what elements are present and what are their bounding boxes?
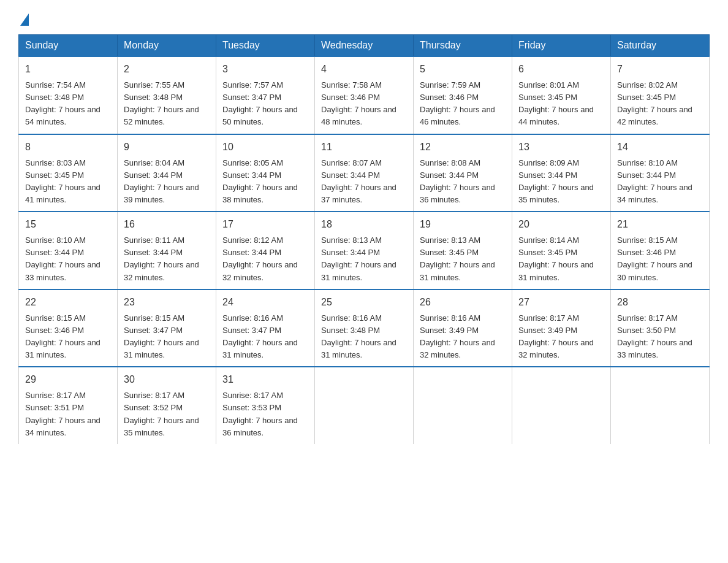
day-number: 13 <box>518 140 604 155</box>
day-info: Sunrise: 8:15 AMSunset: 3:46 PMDaylight:… <box>617 236 692 282</box>
calendar-cell <box>315 367 414 444</box>
calendar-cell: 22 Sunrise: 8:15 AMSunset: 3:46 PMDaylig… <box>19 289 118 367</box>
calendar-cell: 19 Sunrise: 8:13 AMSunset: 3:45 PMDaylig… <box>414 212 512 289</box>
day-info: Sunrise: 8:12 AMSunset: 3:44 PMDaylight:… <box>222 236 298 282</box>
day-number: 7 <box>617 62 703 77</box>
day-info: Sunrise: 8:14 AMSunset: 3:45 PMDaylight:… <box>518 236 594 282</box>
day-number: 20 <box>518 217 604 232</box>
calendar-cell: 6 Sunrise: 8:01 AMSunset: 3:45 PMDayligh… <box>512 56 611 134</box>
day-info: Sunrise: 8:08 AMSunset: 3:44 PMDaylight:… <box>420 158 495 204</box>
calendar-table: SundayMondayTuesdayWednesdayThursdayFrid… <box>18 34 710 444</box>
week-row-5: 29 Sunrise: 8:17 AMSunset: 3:51 PMDaylig… <box>19 367 710 444</box>
day-number: 3 <box>222 62 308 77</box>
day-number: 4 <box>321 62 407 77</box>
day-number: 25 <box>321 295 407 310</box>
day-info: Sunrise: 8:05 AMSunset: 3:44 PMDaylight:… <box>222 158 298 204</box>
calendar-cell: 1 Sunrise: 7:54 AMSunset: 3:48 PMDayligh… <box>19 56 118 134</box>
calendar-cell: 28 Sunrise: 8:17 AMSunset: 3:50 PMDaylig… <box>611 289 710 367</box>
header-saturday: Saturday <box>611 35 710 57</box>
calendar-cell: 2 Sunrise: 7:55 AMSunset: 3:48 PMDayligh… <box>118 56 216 134</box>
day-number: 15 <box>25 217 111 232</box>
calendar-cell: 7 Sunrise: 8:02 AMSunset: 3:45 PMDayligh… <box>611 56 710 134</box>
day-info: Sunrise: 8:10 AMSunset: 3:44 PMDaylight:… <box>25 236 100 282</box>
day-number: 21 <box>617 217 703 232</box>
day-number: 31 <box>222 372 308 387</box>
logo-triangle-icon <box>20 13 29 26</box>
week-row-1: 1 Sunrise: 7:54 AMSunset: 3:48 PMDayligh… <box>19 56 710 134</box>
calendar-cell: 16 Sunrise: 8:11 AMSunset: 3:44 PMDaylig… <box>118 212 216 289</box>
day-info: Sunrise: 8:02 AMSunset: 3:45 PMDaylight:… <box>617 80 692 126</box>
week-row-2: 8 Sunrise: 8:03 AMSunset: 3:45 PMDayligh… <box>19 134 710 212</box>
calendar-cell: 29 Sunrise: 8:17 AMSunset: 3:51 PMDaylig… <box>19 367 118 444</box>
calendar-cell: 27 Sunrise: 8:17 AMSunset: 3:49 PMDaylig… <box>512 289 611 367</box>
day-info: Sunrise: 8:17 AMSunset: 3:49 PMDaylight:… <box>518 313 594 359</box>
day-number: 14 <box>617 140 703 155</box>
header-wednesday: Wednesday <box>315 35 414 57</box>
header-sunday: Sunday <box>19 35 118 57</box>
day-number: 27 <box>518 295 604 310</box>
day-number: 24 <box>222 295 308 310</box>
calendar-cell <box>611 367 710 444</box>
calendar-cell: 31 Sunrise: 8:17 AMSunset: 3:53 PMDaylig… <box>216 367 315 444</box>
day-number: 18 <box>321 217 407 232</box>
day-info: Sunrise: 8:15 AMSunset: 3:46 PMDaylight:… <box>25 313 100 359</box>
day-info: Sunrise: 8:09 AMSunset: 3:44 PMDaylight:… <box>518 158 594 204</box>
calendar-cell <box>414 367 512 444</box>
calendar-header-row: SundayMondayTuesdayWednesdayThursdayFrid… <box>19 35 710 57</box>
calendar-cell: 25 Sunrise: 8:16 AMSunset: 3:48 PMDaylig… <box>315 289 414 367</box>
calendar-cell <box>512 367 611 444</box>
calendar-cell: 23 Sunrise: 8:15 AMSunset: 3:47 PMDaylig… <box>118 289 216 367</box>
day-info: Sunrise: 8:13 AMSunset: 3:44 PMDaylight:… <box>321 236 396 282</box>
day-info: Sunrise: 8:11 AMSunset: 3:44 PMDaylight:… <box>124 236 199 282</box>
day-info: Sunrise: 8:17 AMSunset: 3:51 PMDaylight:… <box>25 391 100 437</box>
day-info: Sunrise: 7:58 AMSunset: 3:46 PMDaylight:… <box>321 80 396 126</box>
day-number: 26 <box>420 295 506 310</box>
day-info: Sunrise: 8:17 AMSunset: 3:50 PMDaylight:… <box>617 313 692 359</box>
calendar-cell: 11 Sunrise: 8:07 AMSunset: 3:44 PMDaylig… <box>315 134 414 212</box>
day-number: 30 <box>124 372 210 387</box>
calendar-cell: 17 Sunrise: 8:12 AMSunset: 3:44 PMDaylig… <box>216 212 315 289</box>
day-info: Sunrise: 8:03 AMSunset: 3:45 PMDaylight:… <box>25 158 100 204</box>
day-number: 19 <box>420 217 506 232</box>
calendar-cell: 13 Sunrise: 8:09 AMSunset: 3:44 PMDaylig… <box>512 134 611 212</box>
week-row-4: 22 Sunrise: 8:15 AMSunset: 3:46 PMDaylig… <box>19 289 710 367</box>
calendar-cell: 26 Sunrise: 8:16 AMSunset: 3:49 PMDaylig… <box>414 289 512 367</box>
calendar-cell: 14 Sunrise: 8:10 AMSunset: 3:44 PMDaylig… <box>611 134 710 212</box>
day-info: Sunrise: 8:16 AMSunset: 3:48 PMDaylight:… <box>321 313 396 359</box>
day-info: Sunrise: 8:13 AMSunset: 3:45 PMDaylight:… <box>420 236 495 282</box>
day-number: 11 <box>321 140 407 155</box>
calendar-cell: 4 Sunrise: 7:58 AMSunset: 3:46 PMDayligh… <box>315 56 414 134</box>
calendar-cell: 9 Sunrise: 8:04 AMSunset: 3:44 PMDayligh… <box>118 134 216 212</box>
calendar-cell: 30 Sunrise: 8:17 AMSunset: 3:52 PMDaylig… <box>118 367 216 444</box>
header-thursday: Thursday <box>414 35 512 57</box>
day-number: 16 <box>124 217 210 232</box>
day-info: Sunrise: 8:16 AMSunset: 3:47 PMDaylight:… <box>222 313 298 359</box>
day-info: Sunrise: 7:54 AMSunset: 3:48 PMDaylight:… <box>25 80 100 126</box>
calendar-cell: 10 Sunrise: 8:05 AMSunset: 3:44 PMDaylig… <box>216 134 315 212</box>
day-info: Sunrise: 8:17 AMSunset: 3:52 PMDaylight:… <box>124 391 199 437</box>
calendar-cell: 20 Sunrise: 8:14 AMSunset: 3:45 PMDaylig… <box>512 212 611 289</box>
day-info: Sunrise: 7:57 AMSunset: 3:47 PMDaylight:… <box>222 80 298 126</box>
day-number: 12 <box>420 140 506 155</box>
day-info: Sunrise: 8:04 AMSunset: 3:44 PMDaylight:… <box>124 158 199 204</box>
day-number: 23 <box>124 295 210 310</box>
day-number: 6 <box>518 62 604 77</box>
calendar-cell: 21 Sunrise: 8:15 AMSunset: 3:46 PMDaylig… <box>611 212 710 289</box>
day-info: Sunrise: 8:15 AMSunset: 3:47 PMDaylight:… <box>124 313 199 359</box>
day-info: Sunrise: 7:55 AMSunset: 3:48 PMDaylight:… <box>124 80 199 126</box>
day-number: 9 <box>124 140 210 155</box>
calendar-cell: 8 Sunrise: 8:03 AMSunset: 3:45 PMDayligh… <box>19 134 118 212</box>
day-number: 5 <box>420 62 506 77</box>
day-info: Sunrise: 8:10 AMSunset: 3:44 PMDaylight:… <box>617 158 692 204</box>
day-number: 28 <box>617 295 703 310</box>
day-number: 22 <box>25 295 111 310</box>
calendar-cell: 5 Sunrise: 7:59 AMSunset: 3:46 PMDayligh… <box>414 56 512 134</box>
calendar-cell: 18 Sunrise: 8:13 AMSunset: 3:44 PMDaylig… <box>315 212 414 289</box>
week-row-3: 15 Sunrise: 8:10 AMSunset: 3:44 PMDaylig… <box>19 212 710 289</box>
calendar-cell: 12 Sunrise: 8:08 AMSunset: 3:44 PMDaylig… <box>414 134 512 212</box>
day-number: 2 <box>124 62 210 77</box>
logo <box>18 12 31 25</box>
day-number: 29 <box>25 372 111 387</box>
day-info: Sunrise: 8:16 AMSunset: 3:49 PMDaylight:… <box>420 313 495 359</box>
calendar-cell: 3 Sunrise: 7:57 AMSunset: 3:47 PMDayligh… <box>216 56 315 134</box>
